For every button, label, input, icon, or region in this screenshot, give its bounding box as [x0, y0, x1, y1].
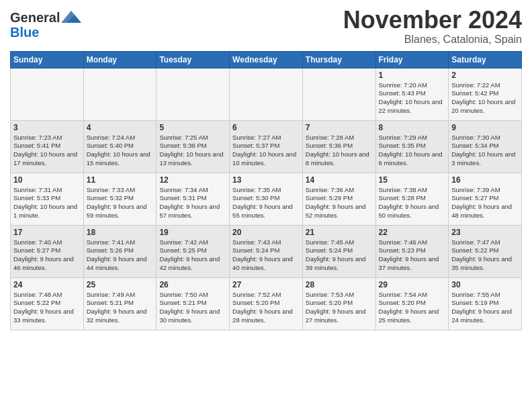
day-info-line: Sunrise: 7:30 AM — [451, 134, 500, 141]
day-info-line: Sunrise: 7:41 AM — [87, 238, 135, 246]
calendar-week-2: 10Sunrise: 7:31 AMSunset: 5:33 PMDayligh… — [11, 173, 522, 225]
day-number: 16 — [451, 175, 519, 185]
day-info-line: Sunset: 5:40 PM — [87, 142, 134, 149]
logo: General Blue — [10, 9, 81, 39]
calendar-cell: 24Sunrise: 7:48 AMSunset: 5:22 PMDayligh… — [11, 277, 84, 330]
day-info-line: Sunrise: 7:42 AM — [159, 238, 208, 246]
day-number: 17 — [13, 228, 81, 237]
day-number: 19 — [159, 228, 226, 237]
calendar-week-0: 1Sunrise: 7:20 AMSunset: 5:43 PMDaylight… — [11, 68, 522, 120]
calendar-cell: 19Sunrise: 7:42 AMSunset: 5:25 PMDayligh… — [157, 225, 230, 277]
day-info-line: Sunrise: 7:22 AM — [451, 81, 500, 89]
calendar-cell: 11Sunrise: 7:33 AMSunset: 5:32 PMDayligh… — [83, 173, 157, 225]
day-info-line: Sunrise: 7:33 AM — [87, 186, 135, 193]
day-info-line: Daylight: 10 hours and 13 minutes. — [159, 150, 223, 167]
day-info: Sunrise: 7:45 AMSunset: 5:24 PMDaylight:… — [306, 238, 373, 273]
day-number: 23 — [451, 228, 519, 237]
day-info: Sunrise: 7:43 AMSunset: 5:24 PMDaylight:… — [232, 238, 300, 273]
day-info-line: Sunset: 5:38 PM — [159, 142, 206, 149]
calendar-cell: 8Sunrise: 7:29 AMSunset: 5:35 PMDaylight… — [375, 120, 449, 173]
day-info-line: Daylight: 9 hours and 50 minutes. — [379, 203, 439, 219]
day-number: 30 — [451, 280, 519, 289]
day-info-line: Daylight: 9 hours and 35 minutes. — [451, 255, 512, 271]
logo-text-general: General — [10, 11, 60, 24]
calendar-cell: 26Sunrise: 7:50 AMSunset: 5:21 PMDayligh… — [157, 277, 230, 330]
day-info-line: Daylight: 10 hours and 10 minutes. — [232, 150, 296, 167]
col-wednesday: Wednesday — [230, 51, 303, 68]
day-info-line: Daylight: 9 hours and 59 minutes. — [87, 203, 147, 219]
calendar-cell — [302, 68, 375, 120]
day-info-line: Sunrise: 7:29 AM — [379, 134, 427, 141]
day-info: Sunrise: 7:46 AMSunset: 5:23 PMDaylight:… — [379, 238, 446, 273]
day-info-line: Sunset: 5:22 PM — [451, 246, 498, 254]
day-info: Sunrise: 7:48 AMSunset: 5:22 PMDaylight:… — [13, 291, 81, 325]
day-info-line: Sunrise: 7:55 AM — [451, 291, 500, 298]
calendar-cell: 1Sunrise: 7:20 AMSunset: 5:43 PMDaylight… — [375, 68, 449, 120]
day-info-line: Sunrise: 7:27 AM — [232, 134, 281, 141]
calendar-table: Sunday Monday Tuesday Wednesday Thursday… — [10, 51, 522, 330]
day-info-line: Daylight: 9 hours and 40 minutes. — [232, 255, 293, 271]
day-number: 26 — [159, 280, 226, 289]
calendar-cell: 25Sunrise: 7:49 AMSunset: 5:21 PMDayligh… — [83, 277, 157, 330]
location: Blanes, Catalonia, Spain — [343, 34, 522, 46]
day-info-line: Sunset: 5:26 PM — [87, 246, 134, 254]
col-thursday: Thursday — [302, 51, 375, 68]
header: General Blue November 2024 Blanes, Catal… — [10, 7, 522, 46]
day-number: 21 — [306, 228, 373, 237]
day-number: 11 — [87, 175, 154, 185]
day-info: Sunrise: 7:53 AMSunset: 5:20 PMDaylight:… — [306, 291, 373, 325]
day-info-line: Sunset: 5:20 PM — [379, 299, 426, 306]
day-info: Sunrise: 7:31 AMSunset: 5:33 PMDaylight:… — [13, 186, 81, 220]
day-info-line: Sunrise: 7:35 AM — [232, 186, 281, 193]
day-number: 27 — [232, 280, 300, 289]
day-number: 2 — [451, 71, 519, 80]
day-info: Sunrise: 7:54 AMSunset: 5:20 PMDaylight:… — [379, 291, 446, 325]
day-number: 8 — [379, 123, 446, 132]
day-info-line: Sunset: 5:20 PM — [232, 299, 279, 306]
day-info: Sunrise: 7:23 AMSunset: 5:41 PMDaylight:… — [13, 134, 81, 168]
day-info-line: Sunrise: 7:49 AM — [87, 291, 135, 298]
day-info-line: Daylight: 9 hours and 44 minutes. — [87, 255, 147, 271]
calendar-cell — [157, 68, 230, 120]
day-number: 7 — [306, 123, 373, 132]
col-saturday: Saturday — [449, 51, 522, 68]
day-info-line: Sunset: 5:28 PM — [379, 194, 426, 201]
day-info-line: Daylight: 10 hours and 15 minutes. — [87, 150, 150, 167]
header-row: Sunday Monday Tuesday Wednesday Thursday… — [11, 51, 522, 68]
day-info: Sunrise: 7:24 AMSunset: 5:40 PMDaylight:… — [87, 134, 154, 168]
day-number: 13 — [232, 175, 300, 185]
day-info: Sunrise: 7:25 AMSunset: 5:38 PMDaylight:… — [159, 134, 226, 168]
day-info-line: Sunset: 5:37 PM — [232, 142, 279, 149]
day-number: 3 — [13, 123, 81, 132]
calendar-cell: 14Sunrise: 7:36 AMSunset: 5:29 PMDayligh… — [302, 173, 375, 225]
calendar-cell: 7Sunrise: 7:28 AMSunset: 5:36 PMDaylight… — [302, 120, 375, 173]
day-info-line: Daylight: 9 hours and 25 minutes. — [379, 308, 439, 324]
calendar-cell: 9Sunrise: 7:30 AMSunset: 5:34 PMDaylight… — [449, 120, 522, 173]
calendar-cell: 2Sunrise: 7:22 AMSunset: 5:42 PMDaylight… — [449, 68, 522, 120]
day-info-line: Sunset: 5:21 PM — [87, 299, 134, 306]
day-info-line: Sunset: 5:23 PM — [379, 246, 426, 254]
day-number: 28 — [306, 280, 373, 289]
day-info: Sunrise: 7:28 AMSunset: 5:36 PMDaylight:… — [306, 134, 373, 168]
day-info: Sunrise: 7:55 AMSunset: 5:19 PMDaylight:… — [451, 291, 519, 325]
day-info-line: Daylight: 9 hours and 42 minutes. — [159, 255, 220, 271]
day-info: Sunrise: 7:52 AMSunset: 5:20 PMDaylight:… — [232, 291, 300, 325]
month-title: November 2024 — [343, 7, 522, 34]
day-info: Sunrise: 7:22 AMSunset: 5:42 PMDaylight:… — [451, 81, 519, 116]
day-info-line: Sunset: 5:31 PM — [159, 194, 206, 201]
day-info-line: Daylight: 9 hours and 52 minutes. — [306, 203, 366, 219]
title-block: November 2024 Blanes, Catalonia, Spain — [343, 7, 522, 46]
day-info-line: Sunset: 5:41 PM — [13, 142, 60, 149]
day-info-line: Sunset: 5:29 PM — [306, 194, 353, 201]
col-monday: Monday — [83, 51, 157, 68]
day-info: Sunrise: 7:29 AMSunset: 5:35 PMDaylight:… — [379, 134, 446, 168]
day-info: Sunrise: 7:42 AMSunset: 5:25 PMDaylight:… — [159, 238, 226, 273]
day-info-line: Sunset: 5:19 PM — [451, 299, 498, 306]
day-number: 18 — [87, 228, 154, 237]
day-info-line: Sunrise: 7:40 AM — [13, 238, 62, 246]
day-info-line: Daylight: 10 hours and 6 minutes. — [379, 150, 443, 167]
day-info-line: Sunset: 5:27 PM — [451, 194, 498, 201]
day-number: 5 — [159, 123, 226, 132]
page-container: General Blue November 2024 Blanes, Catal… — [0, 0, 532, 334]
day-info-line: Daylight: 10 hours and 3 minutes. — [451, 150, 515, 167]
